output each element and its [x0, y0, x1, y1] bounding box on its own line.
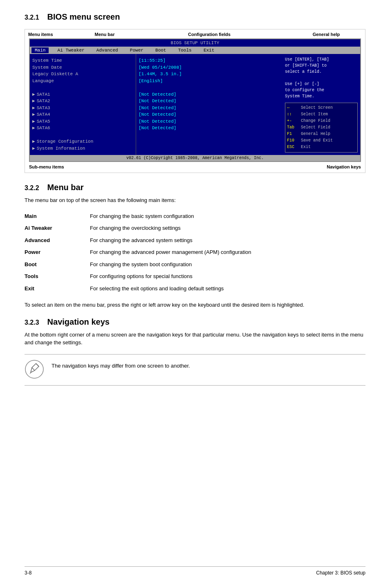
- menu-item-power: Power For changing the advanced power ma…: [25, 246, 365, 258]
- bios-val-sata1: [Not Detected]: [139, 91, 280, 98]
- menu-item-ai-tweaker-desc: For changing the overclocking settings: [90, 222, 365, 234]
- menu-item-main-desc: For changing the basic system configurat…: [90, 210, 365, 222]
- section-322-intro: The menu bar on top of the screen has th…: [25, 196, 365, 204]
- page-footer: 3-8 Chapter 3: BIOS setup: [25, 566, 365, 576]
- bios-menu-bar: Main Ai Tweaker Advanced Power Boot Tool…: [30, 47, 360, 54]
- bios-screen: BIOS SETUP UTILITY Main Ai Tweaker Advan…: [29, 38, 361, 162]
- note-text: The navigation keys may differ from one …: [52, 359, 190, 370]
- bios-menu-main[interactable]: Main: [31, 47, 49, 53]
- section-323-heading: 3.2.3 Navigation keys: [25, 317, 365, 327]
- bios-val-sata3: [Not Detected]: [139, 105, 280, 112]
- menu-item-boot: Boot For changing the system boot config…: [25, 258, 365, 271]
- bios-help-text: Use [ENTER], [TAB] or [SHIFT-TAB] to sel…: [285, 56, 358, 99]
- page-number: 3-8: [25, 570, 31, 576]
- section-322-nav-note: To select an item on the menu bar, press…: [25, 301, 365, 309]
- bios-menu-boot[interactable]: Boot: [152, 47, 169, 53]
- bios-sata2: ▶ SATA2: [32, 98, 133, 105]
- menu-item-boot-name: Boot: [25, 258, 90, 271]
- bios-legacy-diskette: Legacy Diskette A: [32, 71, 133, 78]
- chapter-title: Chapter 3: BIOS setup: [316, 570, 365, 576]
- bios-language: Language: [32, 78, 133, 85]
- bios-menu-tools[interactable]: Tools: [169, 47, 200, 53]
- bios-system-info: ▶ System Information: [32, 145, 133, 152]
- section-322-heading: 3.2.2 Menu bar: [25, 183, 365, 192]
- label-config-fields: Configuration fields: [131, 32, 287, 37]
- section-323-number: 3.2.3: [25, 319, 39, 326]
- menu-item-main-name: Main: [25, 210, 90, 222]
- bios-sata5: ▶ SATA5: [32, 118, 133, 125]
- label-navigation-keys: Navigation keys: [327, 164, 361, 169]
- menu-item-advanced-name: Advanced: [25, 234, 90, 247]
- menu-item-tools-name: Tools: [25, 270, 90, 283]
- bios-system-time: System Time: [32, 57, 133, 64]
- menu-item-main: Main For changing the basic system confi…: [25, 210, 365, 222]
- section-323-desc: At the bottom right corner of a menu scr…: [25, 331, 365, 347]
- menu-item-tools: Tools For configuring options for specia…: [25, 270, 365, 283]
- bios-menu-power[interactable]: Power: [121, 47, 152, 53]
- bios-val-language: [English]: [139, 78, 280, 85]
- bios-val-time: [11:55:25]: [139, 57, 280, 64]
- bios-center-panel: [11:55:25] [Wed 05/14/2008] [1.44M, 3.5 …: [136, 54, 282, 155]
- svg-point-0: [25, 360, 43, 378]
- section-321-number: 3.2.1: [25, 14, 39, 21]
- section-322-title: Menu bar: [47, 183, 84, 192]
- bios-sata3: ▶ SATA3: [32, 105, 133, 112]
- menu-item-advanced: Advanced For changing the advanced syste…: [25, 234, 365, 247]
- bios-val-sata2: [Not Detected]: [139, 98, 280, 105]
- menu-item-tools-desc: For configuring options for special func…: [90, 270, 365, 283]
- bios-body: System Time System Date Legacy Diskette …: [30, 54, 360, 155]
- menu-item-power-desc: For changing the advanced power manageme…: [90, 246, 365, 258]
- bios-val-sata4: [Not Detected]: [139, 111, 280, 118]
- bios-left-panel: System Time System Date Legacy Diskette …: [30, 54, 136, 155]
- bios-right-panel: Use [ENTER], [TAB] or [SHIFT-TAB] to sel…: [282, 54, 360, 155]
- bios-menu-exit[interactable]: Exit: [200, 47, 217, 53]
- menu-item-exit-name: Exit: [25, 283, 90, 295]
- section-323-title: Navigation keys: [47, 317, 110, 327]
- menu-item-ai-tweaker-name: Ai Tweaker: [25, 222, 90, 234]
- bios-system-date: System Date: [32, 64, 133, 71]
- menu-item-exit-desc: For selecting the exit options and loadi…: [90, 283, 365, 295]
- bios-menu-ai-tweaker[interactable]: Ai Tweaker: [49, 47, 93, 53]
- bios-val-date: [Wed 05/14/2008]: [139, 64, 280, 71]
- label-menu-items: Menu items: [25, 32, 78, 37]
- section-322-number: 3.2.2: [25, 184, 39, 192]
- bios-val-diskette: [1.44M, 3.5 in.]: [139, 71, 280, 78]
- bios-sata1: ▶ SATA1: [32, 91, 133, 98]
- menu-item-power-name: Power: [25, 246, 90, 258]
- bios-diagram: Menu items Menu bar Configuration fields…: [25, 29, 365, 173]
- bios-sata6: ▶ SATA6: [32, 125, 133, 132]
- bios-footer: v02.61 (C)Copyright 1985-2008, American …: [30, 155, 360, 161]
- note-icon: [25, 359, 45, 380]
- section-321-title: BIOS menu screen: [47, 12, 120, 22]
- section-321-heading: 3.2.1 BIOS menu screen: [25, 12, 365, 22]
- pencil-icon: [25, 359, 44, 379]
- labels-row-bottom: Sub-menu items Navigation keys: [25, 162, 365, 173]
- bios-nav-keys: ↔Select Screen ↕↕Select Item +-Change Fi…: [285, 103, 358, 153]
- bios-val-sata5: [Not Detected]: [139, 118, 280, 125]
- labels-row-top: Menu items Menu bar Configuration fields…: [25, 29, 365, 38]
- label-sub-menu-items: Sub-menu items: [29, 164, 64, 169]
- bios-title-bar: BIOS SETUP UTILITY: [30, 39, 360, 47]
- menu-item-ai-tweaker: Ai Tweaker For changing the overclocking…: [25, 222, 365, 234]
- bios-sata4: ▶ SATA4: [32, 111, 133, 118]
- menu-item-exit: Exit For selecting the exit options and …: [25, 283, 365, 295]
- section-323: 3.2.3 Navigation keys At the bottom righ…: [25, 317, 365, 386]
- menu-items-table: Main For changing the basic system confi…: [25, 210, 365, 295]
- label-menu-bar: Menu bar: [78, 32, 131, 37]
- bios-menu-advanced[interactable]: Advanced: [93, 47, 121, 53]
- section-322: 3.2.2 Menu bar The menu bar on top of th…: [25, 183, 365, 309]
- bios-storage-config: ▶ Storage Configuration: [32, 138, 133, 145]
- menu-item-boot-desc: For changing the system boot configurati…: [90, 258, 365, 271]
- note-box: The navigation keys may differ from one …: [25, 354, 365, 386]
- label-general-help: General help: [287, 32, 365, 37]
- menu-item-advanced-desc: For changing the advanced system setting…: [90, 234, 365, 247]
- bios-val-sata6: [Not Detected]: [139, 125, 280, 132]
